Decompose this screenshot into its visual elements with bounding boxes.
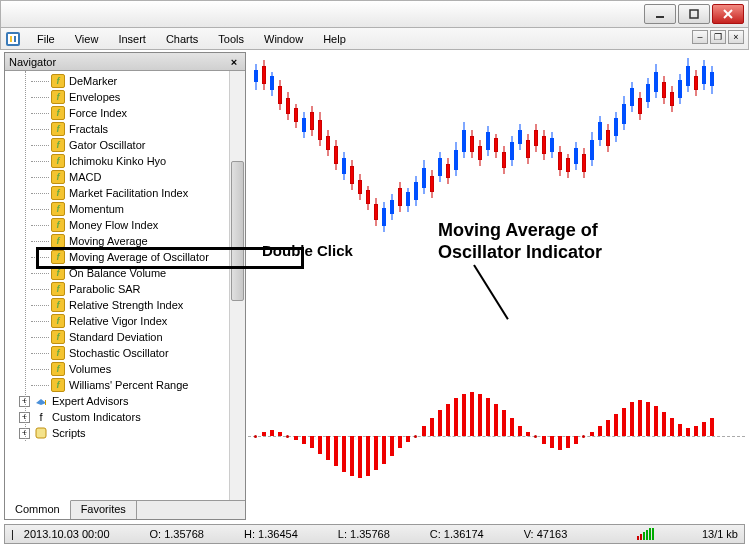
window-maximize-button[interactable] xyxy=(678,4,710,24)
fx-icon: f xyxy=(51,74,65,88)
indicator-item[interactable]: fEnvelopes xyxy=(11,89,245,105)
indicator-label: MACD xyxy=(69,171,101,183)
status-connection: 13/1 kb xyxy=(702,528,738,540)
navigator-titlebar: Navigator × xyxy=(5,53,245,71)
app-icon xyxy=(5,31,21,47)
indicator-label: Fractals xyxy=(69,123,108,135)
group-label: Custom Indicators xyxy=(52,411,141,423)
status-low: L: 1.35768 xyxy=(338,528,390,540)
tree-group[interactable]: +Scripts xyxy=(11,425,245,441)
fx-icon: f xyxy=(51,186,65,200)
menu-view[interactable]: View xyxy=(65,30,109,48)
svg-rect-7 xyxy=(14,36,16,42)
connection-indicator-icon xyxy=(637,528,654,540)
navigator-tab-common[interactable]: Common xyxy=(5,500,71,519)
indicator-label: Gator Oscillator xyxy=(69,139,145,151)
indicator-item[interactable]: fMACD xyxy=(11,169,245,185)
indicator-label: Parabolic SAR xyxy=(69,283,141,295)
indicator-item[interactable]: fMoney Flow Index xyxy=(11,217,245,233)
fx-icon: f xyxy=(51,298,65,312)
indicator-item[interactable]: fDeMarker xyxy=(11,73,245,89)
indicator-item[interactable]: fIchimoku Kinko Hyo xyxy=(11,153,245,169)
indicator-item[interactable]: fForce Index xyxy=(11,105,245,121)
navigator-panel: Navigator × fDeMarkerfEnvelopesfForce In… xyxy=(4,52,246,520)
svg-rect-1 xyxy=(690,10,698,18)
fx-icon: f xyxy=(51,314,65,328)
indicator-label: Relative Vigor Index xyxy=(69,315,167,327)
indicator-label: On Balance Volume xyxy=(69,267,166,279)
indicator-item[interactable]: fStandard Deviation xyxy=(11,329,245,345)
indicator-item[interactable]: fMoving Average of Oscillator xyxy=(11,249,245,265)
fx-icon: f xyxy=(51,170,65,184)
fx-icon: f xyxy=(51,202,65,216)
navigator-title: Navigator xyxy=(9,56,56,68)
svg-rect-9 xyxy=(36,428,46,438)
indicator-label: Momentum xyxy=(69,203,124,215)
indicator-item[interactable]: fStochastic Oscillator xyxy=(11,345,245,361)
indicator-label: Moving Average xyxy=(69,235,148,247)
menu-charts[interactable]: Charts xyxy=(156,30,208,48)
status-open: O: 1.35768 xyxy=(150,528,204,540)
indicator-label: Stochastic Oscillator xyxy=(69,347,169,359)
indicator-item[interactable]: fVolumes xyxy=(11,361,245,377)
navigator-tree[interactable]: fDeMarkerfEnvelopesfForce IndexfFractals… xyxy=(5,71,245,501)
indicator-item[interactable]: fParabolic SAR xyxy=(11,281,245,297)
svg-rect-6 xyxy=(10,36,12,42)
indicator-item[interactable]: fMomentum xyxy=(11,201,245,217)
mdi-restore-button[interactable]: ❐ xyxy=(710,30,726,44)
fx-icon: f xyxy=(51,378,65,392)
menu-tools[interactable]: Tools xyxy=(208,30,254,48)
indicator-item[interactable]: fMarket Facilitation Index xyxy=(11,185,245,201)
menu-file[interactable]: File xyxy=(27,30,65,48)
indicator-label: Ichimoku Kinko Hyo xyxy=(69,155,166,167)
indicator-item[interactable]: fRelative Strength Index xyxy=(11,297,245,313)
indicator-item[interactable]: fMoving Average xyxy=(11,233,245,249)
fx-icon: f xyxy=(51,362,65,376)
indicator-label: Envelopes xyxy=(69,91,120,103)
indicator-label: Relative Strength Index xyxy=(69,299,183,311)
indicator-item[interactable]: fGator Oscillator xyxy=(11,137,245,153)
annotation-double-click: Double Click xyxy=(262,242,353,259)
indicator-label: Money Flow Index xyxy=(69,219,158,231)
menu-window[interactable]: Window xyxy=(254,30,313,48)
fx-icon: f xyxy=(51,138,65,152)
status-bar: | 2013.10.03 00:00 O: 1.35768 H: 1.36454… xyxy=(4,524,745,544)
navigator-tab-favorites[interactable]: Favorites xyxy=(71,501,137,519)
oscillator-chart[interactable] xyxy=(248,386,745,506)
fx-icon: f xyxy=(51,154,65,168)
candlestick-chart[interactable] xyxy=(248,52,745,382)
mdi-close-button[interactable]: × xyxy=(728,30,744,44)
indicator-label: Market Facilitation Index xyxy=(69,187,188,199)
window-titlebar xyxy=(0,0,749,28)
indicator-label: Williams' Percent Range xyxy=(69,379,188,391)
indicator-label: DeMarker xyxy=(69,75,117,87)
indicator-item[interactable]: fFractals xyxy=(11,121,245,137)
mdi-minimize-button[interactable]: – xyxy=(692,30,708,44)
fx-icon: f xyxy=(51,346,65,360)
fx-icon: f xyxy=(51,106,65,120)
indicator-label: Volumes xyxy=(69,363,111,375)
menu-insert[interactable]: Insert xyxy=(108,30,156,48)
chart-area[interactable]: Double Click Moving Average of Oscillato… xyxy=(248,52,745,520)
navigator-close-button[interactable]: × xyxy=(227,55,241,69)
menu-help[interactable]: Help xyxy=(313,30,356,48)
tree-group[interactable]: +Expert Advisors xyxy=(11,393,245,409)
status-datetime: 2013.10.03 00:00 xyxy=(24,528,110,540)
status-close: C: 1.36174 xyxy=(430,528,484,540)
indicator-item[interactable]: fOn Balance Volume xyxy=(11,265,245,281)
indicator-item[interactable]: fRelative Vigor Index xyxy=(11,313,245,329)
fx-icon: f xyxy=(51,330,65,344)
fx-icon: f xyxy=(34,410,48,424)
tree-group[interactable]: +fCustom Indicators xyxy=(11,409,245,425)
group-label: Scripts xyxy=(52,427,86,439)
fx-icon: f xyxy=(51,282,65,296)
window-close-button[interactable] xyxy=(712,4,744,24)
annotation-indicator-name-l1: Moving Average of xyxy=(438,220,598,241)
status-left-marker: | xyxy=(11,528,14,540)
window-minimize-button[interactable] xyxy=(644,4,676,24)
annotation-indicator-name-l2: Oscillator Indicator xyxy=(438,242,602,263)
indicator-item[interactable]: fWilliams' Percent Range xyxy=(11,377,245,393)
scroll-icon xyxy=(34,426,48,440)
svg-rect-8 xyxy=(45,400,46,405)
fx-icon: f xyxy=(51,250,65,264)
